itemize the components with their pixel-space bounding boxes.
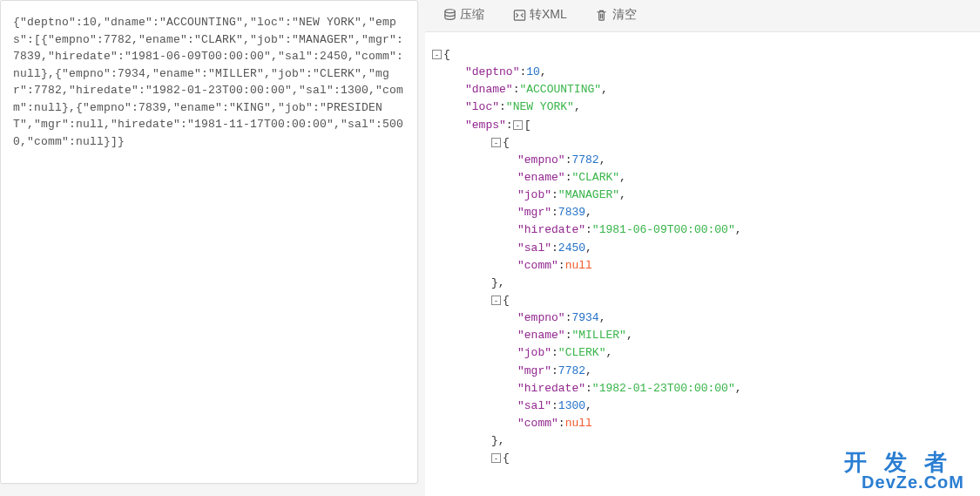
collapse-toggle-icon[interactable]: - xyxy=(491,296,501,305)
tree-value: "MILLER" xyxy=(571,329,625,342)
tree-value: 7934 xyxy=(571,311,598,324)
trash-icon xyxy=(595,8,609,22)
brace-open: { xyxy=(503,294,510,307)
tree-key: "loc" xyxy=(465,100,499,113)
tree-value: 2450 xyxy=(558,241,585,255)
formatted-panel: 压缩 转XML 清空 -{ "deptno":10, "dname":"ACCO… xyxy=(425,0,980,496)
tree-value: 7782 xyxy=(558,364,585,377)
tree-key: "comm" xyxy=(517,259,558,272)
tree-value: "NEW YORK" xyxy=(506,100,574,113)
json-tree-viewer[interactable]: -{ "deptno":10, "dname":"ACCOUNTING", "l… xyxy=(425,31,980,496)
tree-value: "1981-06-09T00:00:00" xyxy=(592,223,735,236)
raw-json-text: {"deptno":10,"dname":"ACCOUNTING","loc":… xyxy=(13,14,405,150)
tree-value: "CLERK" xyxy=(558,346,606,359)
to-xml-label: 转XML xyxy=(530,7,567,23)
tree-key: "hiredate" xyxy=(517,382,585,395)
brace-open: { xyxy=(443,48,450,61)
tree-key: "job" xyxy=(517,188,551,201)
clear-button[interactable]: 清空 xyxy=(595,7,637,23)
collapse-toggle-icon[interactable]: - xyxy=(491,453,501,463)
tree-value: "MANAGER" xyxy=(558,188,619,201)
tree-value: "ACCOUNTING" xyxy=(519,83,601,96)
tree-value: 1300 xyxy=(558,399,585,412)
collapse-toggle-icon[interactable]: - xyxy=(513,120,523,130)
tree-key: "empno" xyxy=(517,153,565,166)
tree-key: "job" xyxy=(517,346,551,359)
database-icon xyxy=(443,8,456,22)
collapse-toggle-icon[interactable]: - xyxy=(491,138,501,147)
xml-icon xyxy=(512,8,526,22)
tree-key: "emps" xyxy=(465,119,506,132)
tree-value: 10 xyxy=(526,65,540,78)
tree-key: "deptno" xyxy=(465,65,519,78)
tree-value: "1982-01-23T00:00:00" xyxy=(592,382,735,395)
tree-value: "CLARK" xyxy=(571,171,619,184)
tree-key: "dname" xyxy=(465,83,513,96)
tree-key: "comm" xyxy=(517,417,558,430)
tree-key: "mgr" xyxy=(517,206,551,219)
to-xml-button[interactable]: 转XML xyxy=(512,7,567,23)
compress-button[interactable]: 压缩 xyxy=(443,7,484,23)
tree-key: "hiredate" xyxy=(517,223,585,236)
brace-open: { xyxy=(503,136,510,149)
brace-close: }, xyxy=(491,276,505,289)
toolbar: 压缩 转XML 清空 xyxy=(425,0,980,31)
tree-key: "sal" xyxy=(517,241,551,255)
clear-label: 清空 xyxy=(612,7,637,23)
collapse-toggle-icon[interactable]: - xyxy=(432,50,442,59)
brace-close: }, xyxy=(491,434,505,447)
brace-open: { xyxy=(503,452,510,465)
svg-point-0 xyxy=(444,9,454,12)
tree-value: null xyxy=(565,259,592,272)
raw-json-panel[interactable]: {"deptno":10,"dname":"ACCOUNTING","loc":… xyxy=(0,0,418,484)
tree-key: "ename" xyxy=(517,171,565,184)
tree-key: "ename" xyxy=(517,329,565,342)
tree-value: 7782 xyxy=(571,153,598,166)
tree-key: "empno" xyxy=(517,311,565,324)
tree-value: null xyxy=(565,417,592,430)
bracket-open: [ xyxy=(524,119,531,132)
compress-label: 压缩 xyxy=(460,7,484,23)
tree-key: "mgr" xyxy=(517,364,551,377)
tree-value: 7839 xyxy=(558,206,585,219)
tree-key: "sal" xyxy=(517,399,551,412)
svg-rect-1 xyxy=(514,10,524,19)
